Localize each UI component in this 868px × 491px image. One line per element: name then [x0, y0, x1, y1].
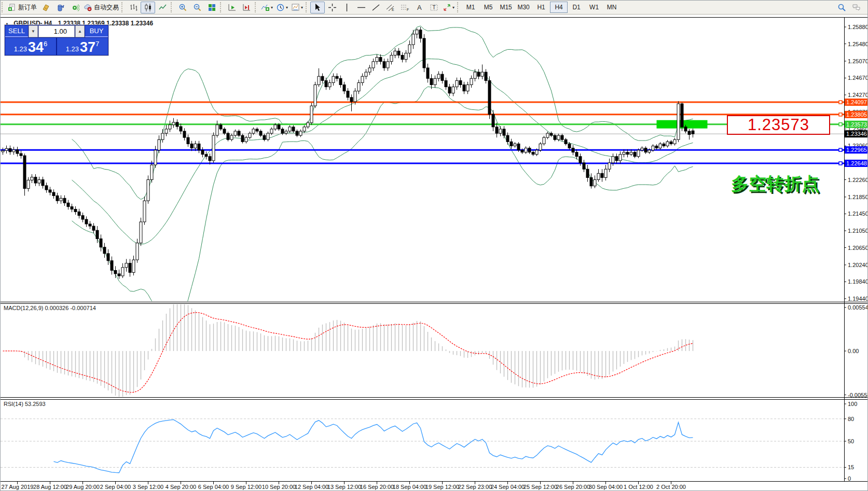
- sell-price-button[interactable]: 1.23346: [5, 38, 56, 55]
- timeframe-m15-button[interactable]: M15: [497, 2, 515, 13]
- tile-windows-button[interactable]: [204, 2, 219, 13]
- candle: [78, 212, 80, 215]
- volume-decrease-button[interactable]: ▼: [29, 25, 38, 37]
- candle: [681, 104, 683, 127]
- bar-chart-button[interactable]: [126, 2, 141, 13]
- buy-price-button[interactable]: 1.23377: [57, 38, 108, 55]
- timeframe-w1-button[interactable]: W1: [585, 2, 603, 13]
- fibonacci-button[interactable]: F: [397, 2, 412, 13]
- candle: [670, 142, 672, 144]
- candle: [27, 180, 30, 188]
- candle: [201, 150, 204, 155]
- candle: [684, 127, 687, 131]
- candle: [619, 155, 622, 161]
- svg-text:0.005543: 0.005543: [848, 304, 868, 311]
- timeframe-m30-button[interactable]: M30: [515, 2, 532, 13]
- label-button[interactable]: T: [426, 2, 441, 13]
- metaeditor-button[interactable]: [38, 2, 53, 13]
- text-button[interactable]: A: [412, 2, 426, 13]
- chart-shift-button[interactable]: [239, 2, 254, 13]
- crosshair-icon: [328, 3, 337, 12]
- candle: [154, 150, 157, 165]
- candle: [474, 72, 476, 78]
- candle: [71, 207, 73, 209]
- date-label: 12 Sep 04:00: [295, 484, 328, 490]
- candle: [285, 131, 287, 133]
- candle: [387, 62, 389, 68]
- candle: [546, 133, 549, 137]
- volume-input[interactable]: 1.00: [38, 25, 75, 37]
- sell-price-small: 1.23: [14, 45, 27, 53]
- candle: [45, 186, 48, 190]
- candle: [659, 144, 662, 148]
- candle: [673, 139, 676, 144]
- templates-button[interactable]: ▾: [290, 2, 305, 13]
- channel-button[interactable]: E: [383, 2, 397, 13]
- date-label: 19 Sep 12:00: [425, 484, 459, 490]
- hline-button[interactable]: [354, 2, 368, 13]
- candlestick-button[interactable]: [141, 2, 155, 13]
- candle: [223, 129, 226, 133]
- date-label: 2 Oct 20:00: [656, 484, 686, 490]
- bar-chart-icon: [129, 3, 138, 12]
- line-chart-button[interactable]: [155, 2, 170, 13]
- chat-icon: [852, 3, 861, 12]
- timeframe-mn-button[interactable]: MN: [603, 2, 621, 13]
- price-tag: 1.23346: [845, 130, 868, 137]
- svg-text:100: 100: [848, 401, 857, 407]
- candle: [249, 133, 251, 137]
- chart-area[interactable]: 1.258801.254801.250701.246701.242701.238…: [1, 1, 868, 491]
- trendline-button[interactable]: [368, 2, 383, 13]
- candle: [278, 125, 280, 129]
- candle: [332, 76, 335, 82]
- vline-button[interactable]: [339, 2, 354, 13]
- volume-increase-button[interactable]: ▲: [75, 25, 85, 37]
- timeframe-h4-button[interactable]: H4: [550, 2, 568, 13]
- candle: [397, 51, 400, 55]
- candle: [666, 142, 669, 146]
- search-button[interactable]: [834, 2, 849, 13]
- new-order-button[interactable]: 新订单: [6, 2, 38, 13]
- candle: [252, 129, 255, 133]
- candle: [150, 165, 153, 179]
- candle: [187, 137, 189, 144]
- svg-text:A: A: [417, 4, 422, 11]
- periods-button[interactable]: ▾: [274, 2, 290, 13]
- candle: [209, 157, 211, 161]
- timeframe-m5-button[interactable]: M5: [479, 2, 497, 13]
- indicators-button[interactable]: ▾: [259, 2, 274, 13]
- sell-button[interactable]: SELL: [5, 25, 28, 37]
- chevron-down-icon: ▾: [286, 5, 288, 10]
- cursor-button[interactable]: [310, 2, 325, 13]
- history-center-button[interactable]: [53, 2, 67, 13]
- timeframe-d1-button[interactable]: D1: [568, 2, 585, 13]
- candle: [85, 219, 88, 224]
- toolbar-grip: [457, 2, 461, 12]
- timeframe-m1-button[interactable]: M1: [462, 2, 479, 13]
- candle: [430, 78, 433, 85]
- candle: [180, 127, 182, 131]
- candle: [125, 263, 128, 268]
- crosshair-button[interactable]: [325, 2, 339, 13]
- zoom-in-button[interactable]: [175, 2, 190, 13]
- arrows-button[interactable]: ▾: [441, 2, 456, 13]
- timeframe-h1-button[interactable]: H1: [532, 2, 550, 13]
- signals-icon: [71, 3, 79, 12]
- candle: [212, 135, 215, 161]
- buy-button[interactable]: BUY: [85, 25, 108, 37]
- price-tag: 1.22648: [845, 160, 868, 167]
- candle: [554, 135, 556, 139]
- autotrading-button[interactable]: 自动交易: [82, 2, 120, 13]
- chat-button[interactable]: [849, 2, 863, 13]
- svg-text:1.19440: 1.19440: [848, 296, 868, 302]
- candle: [561, 135, 563, 139]
- candle: [648, 150, 651, 152]
- price-chart[interactable]: 1.258801.254801.250701.246701.242701.238…: [1, 1, 868, 491]
- macd-pane-title: MACD(12,26,9) 0.000326 -0.000714: [4, 305, 96, 311]
- auto-scroll-button[interactable]: [225, 2, 239, 13]
- candle: [499, 129, 502, 133]
- toolbar-grip: [171, 2, 174, 12]
- chevron-down-icon: ▾: [301, 5, 303, 10]
- zoom-out-button[interactable]: [190, 2, 204, 13]
- signals-button[interactable]: [67, 2, 82, 13]
